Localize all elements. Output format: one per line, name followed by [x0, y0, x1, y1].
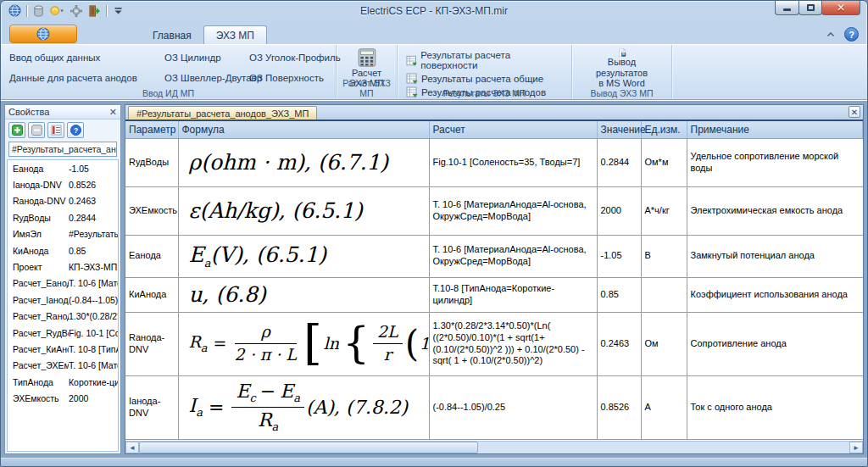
ribbon-group-raschet: Расчет ЭХЗ МП Расчет ЭХЗ МП: [337, 45, 398, 99]
minimize-button[interactable]: [775, 1, 799, 15]
property-row[interactable]: Iанода-DNV0.8526: [8, 176, 118, 192]
help-icon[interactable]: ?: [844, 27, 859, 42]
property-row[interactable]: Расчет_Iанода-(-0.84--1.05)/0: [8, 292, 118, 308]
tab-glavnaya[interactable]: Главная: [141, 26, 203, 44]
ribbon-button-oz-shveller-dvutavr[interactable]: ОЗ Швеллер-Двутавр: [161, 71, 246, 85]
value: 0.2844: [601, 157, 630, 167]
table-row[interactable]: ЭХЕмкость ε(Ah/kg), (6.5.1) Т. 10-6 [Мат…: [125, 186, 863, 235]
property-row[interactable]: RудВоды0.2844: [8, 209, 118, 225]
ribbon-button-oz-poverkhnost[interactable]: ОЗ Поверхность: [246, 71, 331, 85]
ribbon-aux-buttons: ?: [824, 27, 859, 42]
note: Электрохимическая емкость анода: [691, 205, 843, 215]
horizontal-scrollbar[interactable]: ◄ ►: [125, 441, 863, 453]
group-label: Вывод ЭХЗ МП: [572, 88, 671, 98]
property-row[interactable]: Расчет_RудВодFig. 10-1 [Соле: [8, 325, 118, 341]
property-value: 0.8526: [69, 180, 118, 190]
property-value: 1.30*(0.28/2*3: [69, 311, 118, 321]
property-row[interactable]: ЭХЕмкость2000: [8, 390, 118, 406]
add-icon: [12, 125, 23, 136]
add-button[interactable]: [8, 122, 25, 138]
ribbon-button-oz-cilindr[interactable]: ОЗ Цилиндр: [161, 51, 246, 64]
property-value: Т. 10-8 [ТипАн: [69, 344, 118, 354]
ribbon-group-rezultaty: Результаты расчета поверхности Результат…: [398, 45, 572, 99]
property-value: -1.05: [69, 164, 118, 174]
property-name: Расчет_ЭХЕмко: [8, 360, 69, 370]
help-button[interactable]: ?: [67, 122, 84, 138]
document-tab[interactable]: #Результаты_расчета_анодов_ЭХЗ_МП: [128, 106, 317, 120]
property-row[interactable]: ПроектКП-ЭХЗ-МП: [8, 259, 118, 275]
property-row[interactable]: ИмяЭл#Результаты_: [8, 226, 118, 242]
scroll-right-icon[interactable]: ►: [849, 442, 863, 453]
header-param[interactable]: Параметр: [125, 121, 178, 138]
close-icon: ✕: [851, 108, 858, 117]
app-globe-icon: [36, 27, 50, 41]
property-name: Расчет_RудВод: [8, 328, 69, 338]
group-label: Ввод ИД МП: [1, 88, 336, 98]
document-close-button[interactable]: ✕: [849, 106, 860, 118]
scrollbar-thumb[interactable]: [139, 442, 478, 453]
calculator-icon: [356, 48, 378, 68]
property-name: Расчет_Iанода-: [8, 295, 69, 305]
formula: Ea(V), (6.5.1): [189, 242, 327, 267]
tab-ehz-mp[interactable]: ЭХЗ МП: [203, 25, 267, 44]
param-name: Iанода-DNV: [129, 396, 160, 418]
application-button[interactable]: [9, 25, 77, 43]
formula: Ia = Ec−Ea Ra (A), (7.8.2): [189, 380, 409, 434]
scrollbar-track[interactable]: [478, 442, 849, 453]
formula: u, (6.8): [189, 282, 266, 307]
property-row[interactable]: ТипАнодаКороткие-цил: [8, 374, 118, 390]
scroll-left-icon[interactable]: ◄: [125, 442, 139, 453]
table-row[interactable]: Еанода Ea(V), (6.5.1) Т. 10-6 [МатериалА…: [125, 235, 863, 277]
property-row[interactable]: Rанода-DNV0.2463: [8, 193, 118, 209]
ribbon-button-rezultaty-poverkhnosti[interactable]: Результаты расчета поверхности: [403, 49, 566, 71]
property-value: Fig. 10-1 [Соле: [69, 328, 118, 338]
header-formula[interactable]: Формула: [178, 121, 429, 138]
property-row[interactable]: Расчет_Rанода1.30*(0.28/2*3: [8, 309, 118, 325]
unit: Ом*м: [645, 157, 669, 167]
property-row[interactable]: Расчет_КиАнодТ. 10-8 [ТипАн: [8, 341, 118, 357]
close-button[interactable]: ✕: [821, 1, 860, 15]
ribbon-button-vyvod-ms-word[interactable]: W Вывод результатов в MS Word: [577, 47, 666, 90]
ribbon-button-dannye-dlya-rascheta-anodov[interactable]: Данные для расчета анодов: [6, 71, 161, 85]
properties-title: Свойства: [8, 107, 49, 117]
param-name: КиАнода: [129, 289, 166, 299]
property-row[interactable]: Расчет_ЕанодаТ. 10-6 [Матер: [8, 275, 118, 292]
property-row[interactable]: Расчет_ЭХЕмкоТ. 10-6 [Матер: [8, 358, 118, 374]
property-row[interactable]: Еанода-1.05: [8, 160, 118, 176]
table-row[interactable]: Iанода-DNV Ia = Ec−Ea Ra (A), (7.8.2): [125, 375, 863, 439]
close-icon: ✕: [837, 3, 845, 13]
ribbon-button-vvod-obshchikh-dannykh[interactable]: Ввод общих данных: [6, 51, 161, 64]
group-label: Результаты ЭХЗ МП: [398, 88, 571, 98]
panel-close-icon[interactable]: ✕: [109, 108, 117, 117]
calc-expression: Fig.10-1 [Соленость=35, Тводы=7]: [433, 157, 593, 169]
property-value: 2000: [69, 393, 118, 403]
remove-button[interactable]: [28, 122, 45, 138]
ribbon-button-oz-ugolok-profil[interactable]: ОЗ Уголок-Профиль: [246, 51, 331, 64]
ribbon-group-vyvod: W Вывод результатов в MS Word Вывод ЭХЗ …: [572, 45, 672, 99]
property-row[interactable]: КиАнода0.85: [8, 242, 118, 259]
unit: В: [645, 250, 651, 260]
header-value[interactable]: Значение: [597, 121, 641, 138]
remove-icon: [31, 125, 42, 136]
categorize-button[interactable]: [47, 122, 64, 138]
property-value: 0.2463: [69, 196, 118, 206]
property-value: КП-ЭХЗ-МП: [69, 262, 118, 272]
app-window: ElectriCS ECP - КП-ЭХЗ-МП.mir ✕ Главная …: [0, 0, 868, 467]
ribbon-button-rezultaty-obshchie[interactable]: Результаты расчета общие: [403, 72, 566, 85]
value: 2000: [601, 205, 621, 215]
collapse-ribbon-icon[interactable]: [824, 28, 837, 42]
header-unit[interactable]: Ед.изм.: [641, 121, 687, 138]
element-selector[interactable]: #Результаты_расчета_анодов_Э: [8, 142, 117, 157]
note: Замкнутый потенциал анода: [691, 250, 815, 260]
header-calc[interactable]: Расчет: [429, 121, 597, 138]
table-row[interactable]: КиАнода u, (6.8) Т.10-8 [ТипАнода=Коротк…: [125, 277, 863, 312]
table-row[interactable]: Rанода-DNV Ra = ρ2 · π · L [ ln { 2Lr (: [125, 312, 863, 375]
unit: А: [645, 402, 651, 412]
value: 0.8526: [601, 402, 630, 412]
header-note[interactable]: Примечание: [687, 121, 863, 138]
properties-panel: Свойства ✕ ? #Результаты_расчета_анодов_…: [4, 104, 121, 454]
table-row[interactable]: RудВоды ρ(ohm · m), (6.7.1) Fig.10-1 [Со…: [125, 138, 863, 186]
formula: Ra = ρ2 · π · L [ ln { 2Lr ( 1+ √1 +: [189, 322, 430, 365]
maximize-button[interactable]: [798, 1, 822, 15]
param-name: Еанода: [129, 250, 161, 260]
